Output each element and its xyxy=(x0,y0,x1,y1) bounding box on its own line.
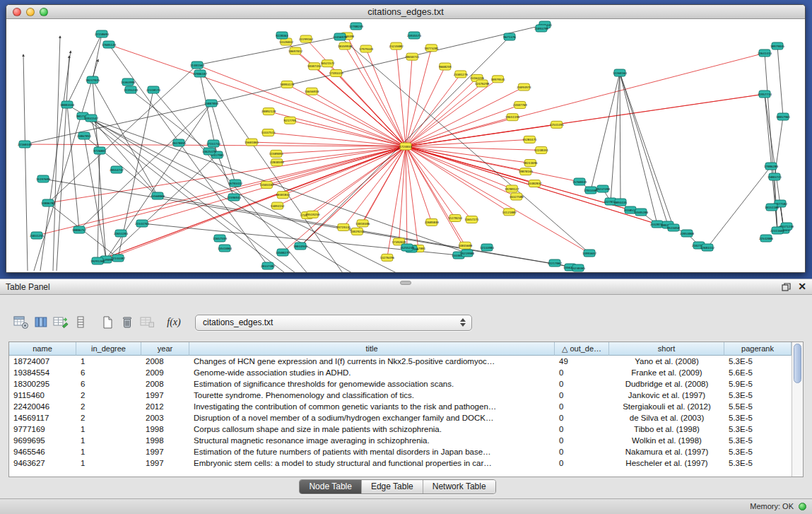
graph-node[interactable]: 15803721 xyxy=(767,173,782,180)
graph-node[interactable]: 20892128 xyxy=(261,108,276,115)
graph-node[interactable]: 12260164 xyxy=(613,69,628,76)
graph-node[interactable]: 12541495 xyxy=(550,121,565,128)
graph-node[interactable]: 15760039 xyxy=(572,178,587,185)
graph-node[interactable]: 17979449 xyxy=(359,45,374,52)
float-panel-icon[interactable] xyxy=(782,283,791,291)
graph-node[interactable]: 10697012 xyxy=(288,47,303,54)
graph-node[interactable]: 19789127 xyxy=(505,185,519,192)
graph-node[interactable]: 10359938 xyxy=(338,42,353,49)
minimize-window-button[interactable] xyxy=(26,8,35,16)
graph-node[interactable]: 23301276 xyxy=(454,71,469,78)
graph-node[interactable]: 23507769 xyxy=(513,101,528,108)
table-row[interactable]: 1938455462009Genome-wide association stu… xyxy=(9,367,792,378)
graph-node[interactable]: 14993657 xyxy=(582,250,597,257)
delete-icon[interactable] xyxy=(117,313,137,332)
graph-node[interactable]: 22840599 xyxy=(270,159,285,166)
graph-node[interactable]: 18083550 xyxy=(60,101,75,108)
graph-node[interactable]: 13503107 xyxy=(259,181,274,188)
graph-node[interactable]: 9228363 xyxy=(276,32,288,39)
graph-node[interactable]: 14500279 xyxy=(276,249,290,256)
graph-node[interactable]: 19870165 xyxy=(519,168,534,175)
graph-node[interactable]: 17086280 xyxy=(764,163,779,170)
graph-node[interactable]: 16327588 xyxy=(510,193,524,200)
table-scrollbar[interactable] xyxy=(792,342,803,477)
graph-node[interactable]: 23094974 xyxy=(517,83,531,90)
graph-node[interactable]: 23867851 xyxy=(77,132,92,139)
graph-node[interactable]: 22685840 xyxy=(425,218,440,226)
columns-icon[interactable] xyxy=(31,313,51,332)
table-row[interactable]: 1456911722003Disruption of a novel membe… xyxy=(9,412,792,424)
graph-node[interactable]: 20650741 xyxy=(405,53,420,60)
graph-node[interactable]: 10247025 xyxy=(86,76,100,83)
graph-node[interactable]: 21544761 xyxy=(135,220,150,227)
graph-node[interactable]: 23235082 xyxy=(389,42,404,49)
graph-node[interactable]: 23935573 xyxy=(407,32,422,39)
column-header-year[interactable]: year xyxy=(141,342,189,356)
memory-status-icon[interactable] xyxy=(799,503,806,510)
column-header-name[interactable]: name xyxy=(9,342,76,356)
graph-node[interactable]: 17605120 xyxy=(102,41,117,48)
table-row[interactable]: 946362711997Embryonic stem cells: a mode… xyxy=(9,457,792,469)
graph-node[interactable]: 12248351 xyxy=(534,146,549,153)
graph-node[interactable]: 20554747 xyxy=(110,166,124,173)
graph-node[interactable]: 22217067 xyxy=(548,259,563,267)
zoom-window-button[interactable] xyxy=(40,8,48,16)
graph-node[interactable]: 12476298 xyxy=(475,80,490,87)
graph-node[interactable]: 15656910 xyxy=(305,88,319,95)
citation-network-graph[interactable]: 2323508220650741107732819668259233012761… xyxy=(6,19,805,272)
graph-node[interactable]: 13887850 xyxy=(204,100,219,107)
edit-table-icon[interactable] xyxy=(51,313,71,332)
table-row[interactable]: 911546021997Tourette syndrome. Phenomeno… xyxy=(9,390,792,401)
column-header-out_degree[interactable]: △ out_de… xyxy=(555,342,609,356)
graph-node[interactable]: 14010306 xyxy=(355,220,370,227)
graph-node[interactable]: 9668259 xyxy=(439,63,452,70)
graph-node[interactable]: 9671376 xyxy=(503,33,516,40)
table-source-dropdown[interactable]: citations_edges.txt xyxy=(195,315,472,331)
graph-node[interactable]: 11657271 xyxy=(464,216,479,223)
graph-node[interactable]: 21957714 xyxy=(758,90,772,98)
graph-node[interactable]: 9726801 xyxy=(93,147,106,154)
graph-node[interactable]: 11093796 xyxy=(534,25,549,32)
tab-edge-table[interactable]: Edge Table xyxy=(361,480,423,493)
graph-node[interactable]: 18244696 xyxy=(523,160,538,167)
graph-node[interactable]: 18979035 xyxy=(770,42,785,49)
graph-node[interactable]: 11401564 xyxy=(190,62,205,69)
graph-node[interactable]: 13337513 xyxy=(261,129,276,136)
column-header-short[interactable]: short xyxy=(609,342,724,356)
graph-node[interactable]: 14482837 xyxy=(527,180,542,187)
graph-node[interactable]: 18057961 xyxy=(776,113,791,120)
graph-node[interactable]: 14806784 xyxy=(41,199,56,206)
graph-node[interactable]: 11657559 xyxy=(213,235,228,242)
graph-node[interactable]: 10979531 xyxy=(490,76,505,83)
graph-node[interactable]: 19291260 xyxy=(90,257,105,264)
rows-icon[interactable] xyxy=(71,313,90,332)
graph-node[interactable]: 1724033 xyxy=(399,143,412,150)
graph-node[interactable]: 14121887 xyxy=(502,209,517,216)
network-window-titlebar[interactable]: citations_edges.txt xyxy=(6,5,805,19)
network-canvas[interactable]: 2323508220650741107732819668259233012761… xyxy=(6,19,805,272)
graph-node[interactable]: 20337482 xyxy=(261,262,276,269)
graph-node[interactable]: 15284471 xyxy=(522,136,537,143)
graph-node[interactable]: 10401844 xyxy=(276,192,290,199)
graph-node[interactable]: 13505200 xyxy=(634,209,649,216)
graph-node[interactable]: 11596943 xyxy=(227,194,242,201)
table-row[interactable]: 1872400712008Changes of HCN gene express… xyxy=(9,356,792,367)
graph-node[interactable]: 15601061 xyxy=(245,139,259,146)
graph-node[interactable]: 9217795 xyxy=(283,117,296,124)
graph-node[interactable]: 16521572 xyxy=(320,60,335,67)
graph-node[interactable]: 12684432 xyxy=(700,244,715,251)
graph-node[interactable]: 10151186 xyxy=(765,204,779,211)
import-table-icon[interactable] xyxy=(137,313,157,332)
tab-network-table[interactable]: Network Table xyxy=(423,480,495,493)
graph-node[interactable]: 22906107 xyxy=(193,70,208,77)
graph-node[interactable]: 13276496 xyxy=(380,254,395,261)
close-window-button[interactable] xyxy=(13,8,21,16)
graph-node[interactable]: 10773281 xyxy=(424,45,439,52)
graph-node[interactable]: 19651195 xyxy=(505,114,520,121)
table-settings-icon[interactable] xyxy=(11,313,31,332)
graph-node[interactable]: 22158694 xyxy=(95,30,110,37)
graph-node[interactable]: 16703422 xyxy=(228,180,243,187)
graph-node[interactable]: 15197699 xyxy=(36,175,51,182)
graph-node[interactable]: 13094152 xyxy=(270,202,285,209)
graph-node[interactable]: 13029242 xyxy=(350,228,365,235)
